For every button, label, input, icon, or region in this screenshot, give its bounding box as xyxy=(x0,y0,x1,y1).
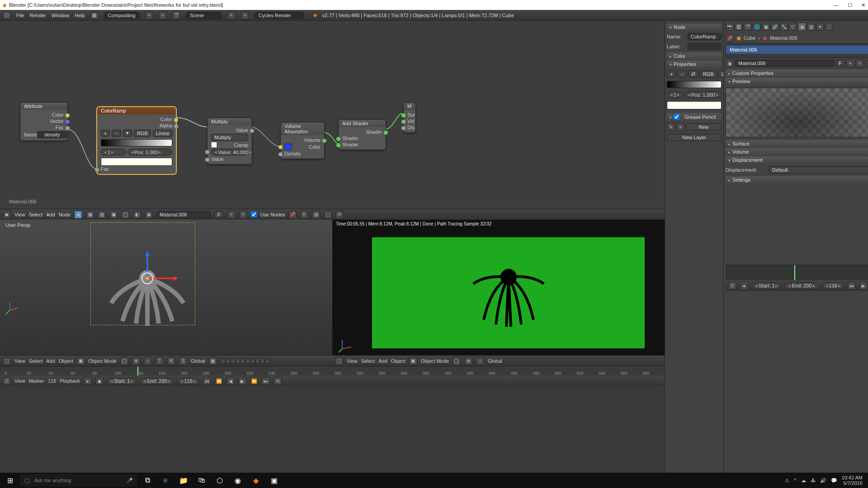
manip-icon[interactable]: ↔ xyxy=(144,357,152,365)
rtl-start-field[interactable]: ◂Start: 1▸ xyxy=(752,282,781,289)
tab-object-icon[interactable]: ▣ xyxy=(762,23,770,31)
ne-f-button[interactable]: F xyxy=(214,211,224,218)
ne-menu-node[interactable]: Node xyxy=(59,212,71,217)
shading-icon[interactable]: ◯ xyxy=(120,357,128,365)
mat-add-icon[interactable]: + xyxy=(846,59,854,67)
rtl-play-icon[interactable]: ▶ xyxy=(859,282,868,290)
vpr-mode[interactable]: Object Mode xyxy=(421,358,449,364)
np-gp-header[interactable]: Grease Pencil xyxy=(667,113,722,121)
scene-icon[interactable]: 🎬 xyxy=(172,11,180,19)
manip-t-icon[interactable]: T xyxy=(156,357,164,365)
screen-layout[interactable]: Compositing xyxy=(104,12,140,19)
tl-rec-icon[interactable]: ● xyxy=(84,377,92,385)
node-multiply[interactable]: Multiply Value Multiply Clamp ◂Value: 40… xyxy=(207,117,252,164)
tl-end-field[interactable]: ◂End: 200▸ xyxy=(140,378,174,385)
ne-usenodes-check[interactable] xyxy=(251,211,257,217)
mul-clamp-check[interactable] xyxy=(211,142,217,148)
ne-del-mat-icon[interactable]: × xyxy=(239,211,247,219)
cramp-pos-field[interactable]: ◂Pos: 1.000▸ xyxy=(127,149,172,155)
mat-browse-icon[interactable]: ◉ xyxy=(726,59,734,67)
taskbar-dropbox-icon[interactable]: ⬡ xyxy=(212,474,228,487)
np-gp-pencil-icon[interactable]: ✎ xyxy=(667,123,675,131)
volabs-color-swatch[interactable] xyxy=(284,144,292,150)
ne-snap-icon[interactable]: ⬚ xyxy=(324,211,332,219)
ne-autorender-icon[interactable]: ⟳ xyxy=(335,211,344,219)
vpr-orient[interactable]: Global xyxy=(488,358,502,364)
tab-physics-icon[interactable]: ☄ xyxy=(825,23,833,31)
vpr-select[interactable]: Select xyxy=(361,358,375,364)
tab-layers-icon[interactable]: 🖼 xyxy=(735,23,743,31)
scene-add-icon[interactable]: + xyxy=(227,11,236,19)
ne-add-mat-icon[interactable]: + xyxy=(227,211,236,219)
layout-icon[interactable]: ▦ xyxy=(90,11,99,19)
bc-mat[interactable]: Material.006 xyxy=(770,35,797,41)
manip-r-icon[interactable]: R xyxy=(167,357,175,365)
bc-cube[interactable]: Cube xyxy=(744,35,755,41)
tab-render-icon[interactable]: 📷 xyxy=(726,23,734,31)
np-gp-new[interactable]: New xyxy=(686,123,722,131)
tab-world-icon[interactable]: 🌐 xyxy=(753,23,761,31)
vpr-type-icon[interactable]: ⬚ xyxy=(335,357,343,365)
cramp-interp[interactable]: Linear xyxy=(153,130,173,137)
menu-help[interactable]: Help xyxy=(75,13,85,18)
np-gp-layer[interactable]: New Layer xyxy=(667,134,722,141)
vpr-shading-icon[interactable]: ◯ xyxy=(453,357,461,365)
layout-del-icon[interactable]: × xyxy=(159,11,167,19)
node-volabs-title[interactable]: Volume Absorption xyxy=(281,122,324,135)
rtl-rewind-icon[interactable]: ⏮ xyxy=(848,282,856,290)
vpl-object[interactable]: Object xyxy=(59,358,73,364)
vpr-manip-icon[interactable]: ↔ xyxy=(476,357,484,365)
menu-file[interactable]: File xyxy=(16,13,24,18)
start-button[interactable]: ⊞ xyxy=(2,474,18,487)
tl-start-field[interactable]: ◂Start: 1▸ xyxy=(107,378,137,385)
vpl-orient[interactable]: Global xyxy=(191,358,205,364)
tl-playrev-icon[interactable]: ◀ xyxy=(226,377,235,385)
menu-render[interactable]: Render xyxy=(30,13,46,18)
np-mode[interactable]: RGB xyxy=(700,70,717,78)
ne-pin-icon[interactable]: 📌 xyxy=(288,211,297,219)
np-add-icon[interactable]: + xyxy=(667,70,676,78)
vpr-pivot-icon[interactable]: ⊕ xyxy=(464,357,472,365)
node-colorramp-title[interactable]: ColorRamp xyxy=(97,107,176,114)
timeline[interactable]: 0204060801001201401601802002202402602803… xyxy=(0,366,665,473)
vpr-mode-icon[interactable]: ▣ xyxy=(409,357,417,365)
taskbar-chrome-icon[interactable]: ◉ xyxy=(230,474,246,487)
tab-constraints-icon[interactable]: 🔗 xyxy=(771,23,779,31)
taskbar-blender-icon[interactable]: ◆ xyxy=(248,474,264,487)
ne-world-icon[interactable]: ◯ xyxy=(121,211,129,219)
mat-name-input[interactable] xyxy=(735,60,834,67)
np-name-input[interactable] xyxy=(688,33,722,40)
vpl-mode[interactable]: Object Mode xyxy=(89,358,117,364)
cramp-color-swatch[interactable] xyxy=(101,158,172,166)
np-label-input[interactable] xyxy=(688,43,722,50)
node-multiply-title[interactable]: Multiply xyxy=(208,118,252,125)
material-slot-list[interactable]: Material.006 xyxy=(726,43,868,58)
taskbar-explorer-icon[interactable]: 📁 xyxy=(175,474,192,487)
ne-shader-icon[interactable]: ◉ xyxy=(74,211,82,219)
node-matout-title[interactable]: M xyxy=(404,103,415,110)
tl-marker[interactable]: Marker xyxy=(29,378,44,384)
taskbar-app-icon[interactable]: ▣ xyxy=(266,474,282,487)
mul-op[interactable]: Multiply xyxy=(211,134,248,141)
attr-name-input[interactable] xyxy=(37,131,67,138)
mat-link-select[interactable]: Data xyxy=(865,60,868,67)
np-pos-field[interactable]: ◂Pos: 1.000▸ xyxy=(684,91,722,98)
vpl-view[interactable]: View xyxy=(14,358,25,364)
tray-onedrive-icon[interactable]: ☁ xyxy=(801,478,806,483)
np-gradient[interactable] xyxy=(667,81,722,88)
tl-key-icon[interactable]: ◆ xyxy=(95,377,104,385)
3d-viewport-right[interactable]: Time:00:05.55 | Mem:8.12M, Peak:8.12M | … xyxy=(332,220,665,366)
tl-type-icon[interactable]: ⏱ xyxy=(3,377,11,385)
node-colorramp[interactable]: ColorRamp Color Alpha + − ▾ RGB Linear ◂… xyxy=(97,107,176,174)
vpr-view[interactable]: View xyxy=(347,358,358,364)
mat-preview-header[interactable]: Preview xyxy=(726,78,868,85)
tl-play-icon[interactable]: ▶ xyxy=(238,377,246,385)
taskbar-store-icon[interactable]: 🛍 xyxy=(193,474,210,487)
cramp-index-field[interactable]: ◂1▸ xyxy=(101,149,126,155)
tl-prevkey-icon[interactable]: ⏪ xyxy=(215,377,223,385)
ne-comp-icon[interactable]: ▦ xyxy=(86,211,94,219)
bc-pin-icon[interactable]: 📌 xyxy=(726,34,734,42)
tab-data-icon[interactable]: ▽ xyxy=(789,23,797,31)
cramp-add-icon[interactable]: + xyxy=(101,130,110,137)
tl-rewind-icon[interactable]: ⏮ xyxy=(203,377,211,385)
